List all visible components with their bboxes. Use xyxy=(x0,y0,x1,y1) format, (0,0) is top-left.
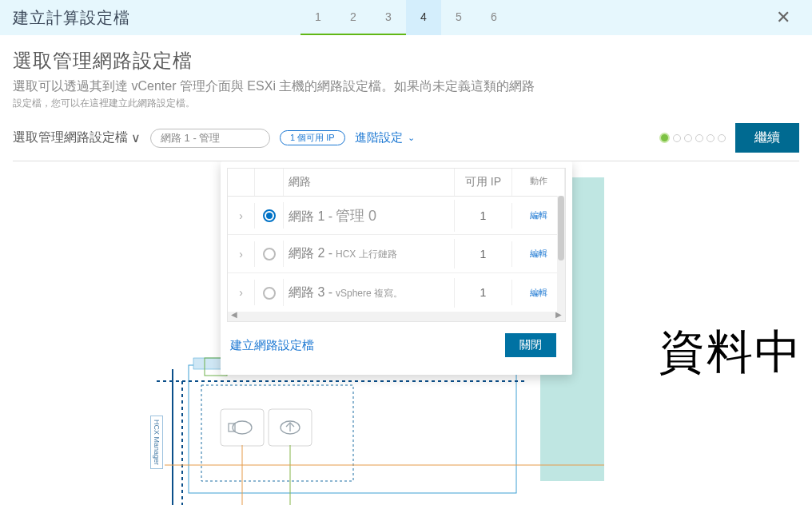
network-radio[interactable] xyxy=(263,248,276,260)
diagram-canvas: HCX Manager 資料中 網路 可用 IP 動作 › xyxy=(13,161,799,513)
vertical-scrollbar[interactable] xyxy=(557,196,565,313)
svg-rect-4 xyxy=(221,409,264,446)
page-title: 選取管理網路設定檔 xyxy=(13,48,799,74)
close-icon[interactable]: ✕ xyxy=(767,7,799,28)
close-button[interactable]: 關閉 xyxy=(505,333,556,357)
network-ip: 1 xyxy=(455,241,512,267)
step-6[interactable]: 6 xyxy=(476,0,511,35)
network-radio[interactable] xyxy=(263,287,276,300)
page-desc-1: 選取可以透過其到達 vCenter 管理介面與 ESXi 主機的網路設定檔。如果… xyxy=(13,78,799,95)
datacenter-label: 資料中 xyxy=(659,321,799,384)
network-sub: HCX 上行鏈路 xyxy=(336,249,397,260)
available-ip-badge: 1 個可用 IP xyxy=(280,130,345,145)
network-table: 網路 可用 IP 動作 › 網路 1 - 管理 0 1 編輯 xyxy=(227,168,566,322)
edit-link[interactable]: 編輯 xyxy=(530,249,547,258)
progress-dot-4 xyxy=(695,134,703,142)
continue-button[interactable]: 繼續 xyxy=(735,123,799,153)
step-5[interactable]: 5 xyxy=(441,0,476,35)
network-sub: vSphere 複寫。 xyxy=(336,288,403,299)
network-name: 網路 2 - xyxy=(289,246,332,260)
horizontal-scrollbar[interactable] xyxy=(228,312,565,321)
expand-icon[interactable]: › xyxy=(239,286,243,299)
network-sub: 管理 0 xyxy=(336,208,376,224)
table-header: 網路 可用 IP 動作 xyxy=(228,169,565,197)
step-1[interactable]: 1 xyxy=(301,0,336,35)
wizard-content: 選取管理網路設定檔 選取可以透過其到達 vCenter 管理介面與 ESXi 主… xyxy=(0,35,812,513)
edit-link[interactable]: 編輯 xyxy=(530,288,547,297)
network-name: 網路 1 - xyxy=(289,209,332,223)
network-ip: 1 xyxy=(455,280,512,305)
progress-dots xyxy=(659,133,726,143)
network-profile-dropdown[interactable]: 網路 1 - 管理 xyxy=(150,129,270,148)
table-row[interactable]: › 網路 1 - 管理 0 1 編輯 xyxy=(228,197,565,235)
network-ip: 1 xyxy=(455,203,512,229)
page-desc-2: 設定檔，您可以在這裡建立此網路設定檔。 xyxy=(13,97,799,110)
col-network: 網路 xyxy=(284,169,455,196)
progress-dot-2 xyxy=(673,134,681,142)
expand-icon[interactable]: › xyxy=(239,209,243,222)
hcx-manager-label: HCX Manager xyxy=(150,416,163,469)
col-ip: 可用 IP xyxy=(455,169,512,196)
wizard-header: 建立計算設定檔 1 2 3 4 5 6 ✕ xyxy=(0,0,812,35)
chevron-down-icon: ⌄ xyxy=(408,133,415,143)
wizard-steps: 1 2 3 4 5 6 xyxy=(301,0,511,35)
progress-dot-1 xyxy=(659,133,670,143)
network-select-popover: 網路 可用 IP 動作 › 網路 1 - 管理 0 1 編輯 xyxy=(221,161,572,375)
table-row[interactable]: › 網路 3 - vSphere 複寫。 1 編輯 xyxy=(228,273,565,312)
selector-label: 選取管理網路設定檔 ∨ xyxy=(13,129,141,146)
edit-link[interactable]: 編輯 xyxy=(530,210,547,220)
step-3[interactable]: 3 xyxy=(371,0,406,35)
progress-dot-3 xyxy=(684,134,692,142)
expand-icon[interactable]: › xyxy=(239,248,243,260)
network-radio[interactable] xyxy=(263,209,276,222)
popover-footer: 建立網路設定檔 關閉 xyxy=(227,322,566,368)
col-expand xyxy=(228,169,255,196)
progress-dot-5 xyxy=(707,134,714,142)
network-name: 網路 3 - xyxy=(289,285,332,299)
create-network-profile-link[interactable]: 建立網路設定檔 xyxy=(230,338,314,353)
selector-label-text: 選取管理網路設定檔 xyxy=(13,129,128,146)
col-action: 動作 xyxy=(512,169,565,196)
step-4[interactable]: 4 xyxy=(406,0,441,35)
chevron-down-icon[interactable]: ∨ xyxy=(131,130,141,145)
selector-row: 選取管理網路設定檔 ∨ 網路 1 - 管理 1 個可用 IP 進階設定 ⌄ 繼續 xyxy=(13,123,799,153)
advanced-settings-text: 進階設定 xyxy=(355,130,403,145)
col-select xyxy=(255,169,284,196)
table-row[interactable]: › 網路 2 - HCX 上行鏈路 1 編輯 xyxy=(228,235,565,273)
advanced-settings-link[interactable]: 進階設定 ⌄ xyxy=(355,130,415,145)
step-2[interactable]: 2 xyxy=(336,0,371,35)
progress-dot-6 xyxy=(718,134,726,142)
wizard-title: 建立計算設定檔 xyxy=(13,7,130,29)
